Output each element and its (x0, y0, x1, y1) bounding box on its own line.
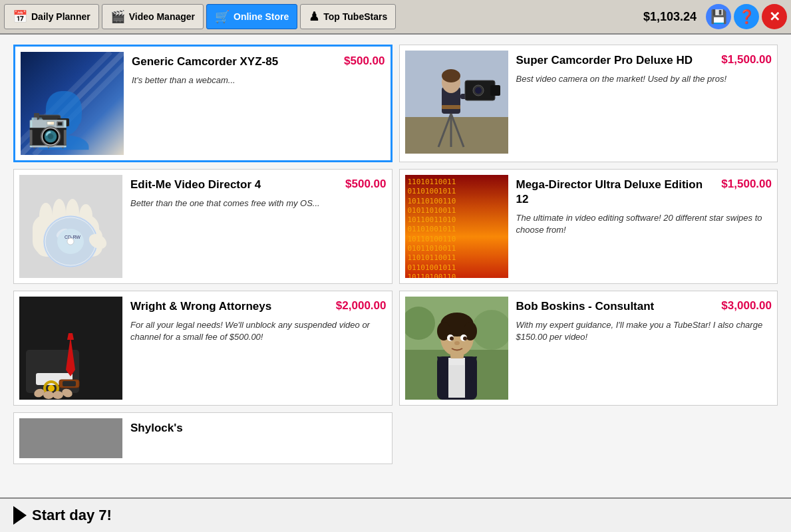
svg-line-10 (53, 130, 63, 148)
calendar-icon: 📅 (13, 9, 27, 24)
store-item-super-camcorder[interactable]: Super Camcorder Pro Deluxe HD $1,500.00 … (399, 45, 778, 162)
play-icon (13, 506, 27, 525)
item-header: Generic Camcorder XYZ-85 $500.00 (132, 55, 385, 69)
svg-point-51 (43, 391, 54, 399)
start-day-label: Start day 7! (32, 507, 112, 524)
item-header: Wright & Wrong Attorneys $2,000.00 (130, 299, 387, 314)
item-name: Edit-Me Video Director 4 (130, 178, 261, 192)
item-price: $3,000.00 (721, 299, 772, 313)
store-item-bob-boskins[interactable]: Bob Boskins - Consultant $3,000.00 With … (399, 291, 778, 406)
item-image-edit-me: CD-RW (19, 175, 122, 278)
item-info-super-camcorder: Super Camcorder Pro Deluxe HD $1,500.00 … (516, 51, 772, 85)
svg-point-21 (475, 87, 482, 94)
tab-top-tubestars[interactable]: ♟ Top TubeStars (300, 4, 396, 29)
store-grid: 👤 Generic Camcorder XYZ-85 $500 (13, 45, 778, 464)
item-image-shylock (19, 418, 122, 458)
item-description: The ultimate in video editing software! … (516, 212, 772, 236)
svg-point-71 (454, 341, 460, 345)
item-description: With my expert guidance, I'll make you a… (516, 319, 772, 343)
store-item-generic-camcorder[interactable]: 👤 Generic Camcorder XYZ-85 $500 (13, 45, 393, 162)
store-item-edit-me[interactable]: CD-RW Edit-Me Video Director 4 $500.00 B… (13, 169, 393, 284)
item-price: $1,500.00 (721, 53, 772, 66)
item-name: Wright & Wrong Attorneys (130, 299, 271, 314)
item-info-attorneys: Wright & Wrong Attorneys $2,000.00 For a… (130, 297, 387, 343)
item-info-shylock: Shylock's (130, 418, 387, 436)
tab-daily-planner[interactable]: 📅 Daily Planner (4, 4, 99, 29)
start-day-button[interactable]: Start day 7! (13, 506, 112, 525)
svg-point-69 (450, 336, 454, 340)
item-image-mega-director: 1101011001101101001011101101001100101101… (405, 175, 508, 278)
svg-text:👤: 👤 (31, 88, 97, 152)
item-name: Shylock's (130, 421, 183, 436)
item-price: $500.00 (345, 178, 386, 191)
main-content: 👤 Generic Camcorder XYZ-85 $500 (0, 35, 791, 497)
svg-rect-25 (442, 105, 460, 109)
help-button[interactable]: ❓ (734, 4, 759, 29)
item-image-super-camcorder (405, 51, 508, 154)
svg-rect-49 (63, 381, 76, 386)
item-image-generic-camcorder: 👤 (21, 52, 124, 155)
svg-rect-6 (57, 118, 69, 126)
svg-point-47 (48, 385, 55, 392)
close-button[interactable]: ✕ (762, 4, 787, 29)
item-name: Super Camcorder Pro Deluxe HD (516, 53, 693, 68)
binary-background: 1101011001101101001011101101001100101101… (405, 175, 508, 278)
svg-rect-7 (34, 113, 39, 118)
help-icon: ❓ (738, 9, 755, 25)
item-name: Bob Boskins - Consultant (516, 299, 655, 314)
svg-point-39 (67, 238, 74, 245)
save-icon: 💾 (711, 9, 727, 25)
tab-video-manager[interactable]: 🎬 Video Manager (102, 4, 204, 29)
cart-icon: 🛒 (215, 9, 230, 24)
trophy-icon: ♟ (309, 9, 319, 24)
item-image-attorneys (19, 297, 122, 400)
item-info-bob-boskins: Bob Boskins - Consultant $3,000.00 With … (516, 297, 772, 343)
item-description: For all your legal needs! We'll unblock … (130, 319, 387, 343)
close-icon: ✕ (769, 9, 780, 25)
item-description: Better than the one that comes free with… (130, 198, 387, 209)
store-item-attorneys[interactable]: Wright & Wrong Attorneys $2,000.00 For a… (13, 291, 393, 406)
save-button[interactable]: 💾 (706, 4, 731, 29)
item-price: $1,500.00 (721, 178, 772, 191)
item-price: $500.00 (344, 55, 385, 68)
item-info-edit-me: Edit-Me Video Director 4 $500.00 Better … (130, 175, 387, 209)
svg-point-16 (442, 69, 460, 82)
topbar: 📅 Daily Planner 🎬 Video Manager 🛒 Online… (0, 0, 791, 35)
svg-rect-19 (490, 85, 500, 96)
item-info-mega-director: Mega-Director Ultra Deluxe Edition 12 $1… (516, 175, 772, 237)
item-header: Edit-Me Video Director 4 $500.00 (130, 178, 387, 192)
item-description: Best video camera on the market! Used by… (516, 73, 772, 85)
tab-online-store[interactable]: 🛒 Online Store (206, 4, 297, 29)
svg-rect-5 (37, 115, 61, 130)
item-price: $2,000.00 (336, 299, 387, 313)
store-area[interactable]: 👤 Generic Camcorder XYZ-85 $500 (0, 35, 791, 497)
item-header: Mega-Director Ultra Deluxe Edition 12 $1… (516, 178, 772, 207)
store-item-mega-director[interactable]: 1101011001101101001011101101001100101101… (399, 169, 778, 284)
store-item-shylock[interactable]: Shylock's (13, 412, 393, 464)
item-header: Shylock's (130, 421, 387, 436)
svg-point-70 (463, 336, 467, 340)
item-info-generic-camcorder: Generic Camcorder XYZ-85 $500.00 It's be… (132, 52, 385, 86)
svg-line-8 (34, 130, 44, 148)
video-icon: 🎬 (110, 9, 125, 24)
svg-rect-13 (405, 117, 508, 154)
svg-point-52 (53, 391, 63, 399)
item-header: Super Camcorder Pro Deluxe HD $1,500.00 (516, 53, 772, 68)
svg-rect-72 (449, 358, 464, 365)
item-name: Mega-Director Ultra Deluxe Edition 12 (516, 178, 716, 207)
bottombar: Start day 7! (0, 497, 791, 532)
balance-display: $1,103.24 (643, 10, 697, 24)
item-image-bob-boskins (405, 297, 508, 400)
item-header: Bob Boskins - Consultant $3,000.00 (516, 299, 772, 314)
item-description: It's better than a webcam... (132, 74, 385, 86)
item-name: Generic Camcorder XYZ-85 (132, 55, 278, 69)
